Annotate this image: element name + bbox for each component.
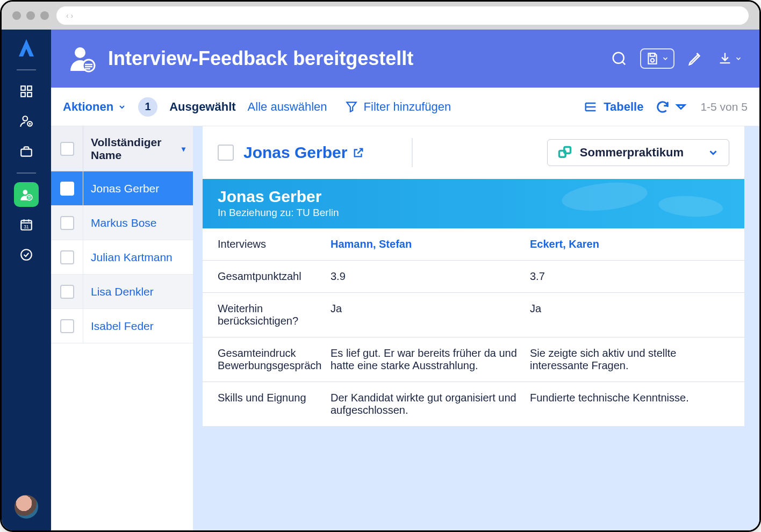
nav-candidates-icon[interactable]	[14, 182, 39, 207]
detail-table: Interviews Hamann, Stefan Eckert, Karen …	[203, 228, 744, 426]
svg-point-4	[23, 116, 28, 121]
job-selector-dropdown[interactable]: Sommerpraktikum	[547, 139, 729, 166]
candidate-list-row[interactable]: Jonas Gerber	[51, 171, 193, 206]
row-checkbox[interactable]	[60, 285, 74, 299]
vertical-separator	[412, 138, 413, 167]
window-dot[interactable]	[26, 11, 35, 20]
refresh-icon	[655, 99, 670, 114]
toolbar: Aktionen 1 Ausgewählt Alle auswählen Fil…	[51, 88, 759, 126]
row-checkbox[interactable]	[60, 182, 74, 196]
window-dot[interactable]	[12, 11, 21, 20]
row-label-continue: Weiterhin berücksichtigen?	[218, 303, 331, 327]
row-name-link[interactable]: Jonas Gerber	[83, 182, 193, 195]
candidate-banner: Jonas Gerber In Beziehung zu: TU Berlin	[203, 179, 744, 228]
detail-top-bar: Jonas Gerber Sommerpraktikum	[203, 126, 744, 179]
column-header-name[interactable]: Vollständiger Name ▾	[83, 136, 193, 162]
svg-point-16	[651, 59, 655, 62]
svg-point-11	[21, 249, 32, 260]
open-external-icon	[353, 147, 364, 159]
nav-briefcase-icon[interactable]	[14, 139, 39, 164]
svg-point-12	[75, 47, 85, 58]
download-dropdown-button[interactable]	[716, 49, 743, 68]
row-name-link[interactable]: Julian Kartmann	[83, 251, 193, 264]
page-header: Interview-Feedback bereitgestellt	[51, 30, 759, 88]
impression-value: Sie zeigte sich aktiv und stellte intere…	[530, 347, 729, 372]
table-icon	[583, 99, 598, 114]
filter-icon	[344, 100, 358, 114]
save-dropdown-button[interactable]	[640, 48, 674, 69]
svg-text:31: 31	[24, 224, 29, 229]
list-header: Vollständiger Name ▾	[51, 126, 193, 171]
banner-relation-line: In Beziehung zu: TU Berlin	[218, 207, 729, 219]
url-bar[interactable]: ‹ ›	[56, 6, 749, 25]
page-title: Interview-Feedback bereitgestellt	[108, 47, 597, 70]
interviewer-link[interactable]: Eckert, Karen	[530, 238, 729, 250]
edit-icon[interactable]	[685, 48, 706, 69]
actions-dropdown[interactable]: Aktionen	[63, 100, 126, 114]
svg-point-13	[83, 60, 95, 71]
row-label-skills: Skills und Eignung	[218, 392, 331, 416]
row-checkbox[interactable]	[60, 216, 74, 230]
svg-rect-0	[21, 86, 25, 90]
view-label: Tabelle	[604, 100, 643, 114]
detail-checkbox[interactable]	[218, 145, 234, 161]
svg-point-7	[23, 190, 28, 195]
row-name-link[interactable]: Markus Bose	[83, 217, 193, 229]
add-filter-button[interactable]: Filter hinzufügen	[344, 100, 451, 114]
skills-value: Der Kandidat wirkte gut organisiert und …	[331, 392, 530, 416]
score-value: 3.7	[530, 270, 729, 283]
row-name-link[interactable]: Lisa Denkler	[83, 285, 193, 298]
row-label-impression: Gesamteindruck Bewerbungsgespräch	[218, 347, 331, 372]
selected-label: Ausgewählt	[169, 100, 235, 114]
app-logo-icon[interactable]	[16, 37, 37, 59]
svg-rect-3	[27, 92, 32, 97]
view-toggle[interactable]: Tabelle	[583, 99, 643, 114]
nav-check-circle-icon[interactable]	[14, 242, 39, 267]
row-checkbox[interactable]	[60, 319, 74, 333]
svg-rect-1	[27, 86, 32, 90]
page-header-icon	[67, 44, 96, 73]
window-controls	[12, 11, 49, 20]
impression-value: Es lief gut. Er war bereits früher da un…	[331, 347, 530, 372]
select-all-checkbox[interactable]	[60, 142, 74, 156]
candidate-list-row[interactable]: Lisa Denkler	[51, 275, 193, 309]
skills-value: Fundierte technische Kenntnisse.	[530, 392, 729, 416]
selected-count-badge: 1	[138, 97, 157, 117]
score-value: 3.9	[331, 270, 530, 283]
candidate-list-row[interactable]: Julian Kartmann	[51, 240, 193, 275]
window-dot[interactable]	[40, 11, 49, 20]
row-label-interviews: Interviews	[218, 238, 331, 250]
row-label-score: Gesamtpunktzahl	[218, 270, 331, 283]
link-icon	[557, 145, 572, 160]
banner-candidate-name: Jonas Gerber	[218, 188, 729, 206]
svg-rect-15	[650, 53, 655, 56]
detail-candidate-name-link[interactable]: Jonas Gerber	[243, 143, 364, 162]
paging-text: 1-5 von 5	[700, 100, 748, 113]
continue-value: Ja	[331, 303, 530, 327]
row-checkbox[interactable]	[60, 250, 74, 264]
sort-caret-icon: ▾	[182, 145, 185, 153]
nav-dashboard-icon[interactable]	[14, 79, 39, 104]
interviewer-link[interactable]: Hamann, Stefan	[331, 238, 530, 250]
candidate-list-row[interactable]: Markus Bose	[51, 206, 193, 240]
candidate-detail-panel: Jonas Gerber Sommerpraktikum Jonas Gerbe…	[193, 126, 759, 530]
svg-rect-2	[21, 92, 25, 97]
candidate-list-panel: Vollständiger Name ▾ Jonas GerberMarkus …	[51, 126, 193, 530]
user-avatar[interactable]	[15, 495, 38, 519]
actions-label: Aktionen	[63, 100, 113, 114]
nav-separator	[17, 172, 36, 174]
candidate-list-row[interactable]: Isabel Feder	[51, 309, 193, 343]
refresh-button[interactable]	[655, 99, 688, 114]
browser-chrome: ‹ ›	[2, 2, 759, 30]
side-nav: 31	[2, 30, 51, 530]
nav-arrows[interactable]: ‹ ›	[66, 11, 73, 20]
filter-label: Filter hinzufügen	[364, 100, 451, 114]
row-name-link[interactable]: Isabel Feder	[83, 320, 193, 333]
nav-person-icon[interactable]	[14, 109, 39, 134]
continue-value: Ja	[530, 303, 729, 327]
nav-calendar-icon[interactable]: 31	[14, 212, 39, 237]
select-all-link[interactable]: Alle auswählen	[248, 100, 327, 114]
chevron-down-icon	[707, 147, 719, 159]
search-icon[interactable]	[609, 48, 629, 69]
svg-rect-6	[21, 149, 32, 156]
